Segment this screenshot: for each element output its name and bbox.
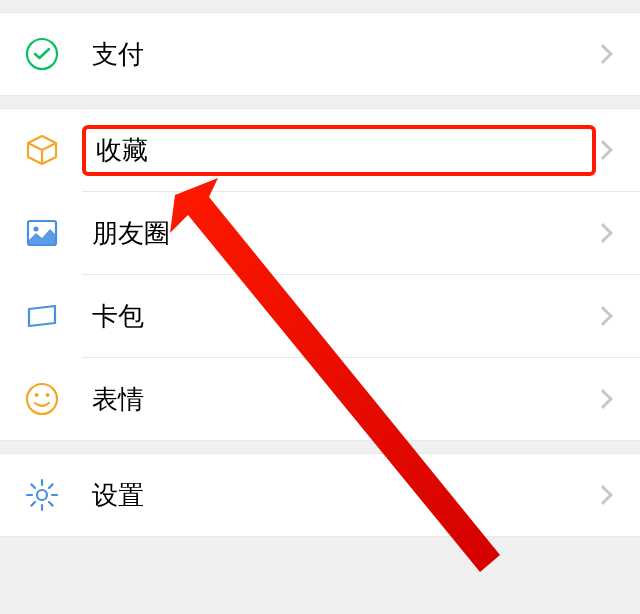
chevron-right-icon	[593, 44, 613, 64]
svg-line-11	[31, 484, 35, 488]
menu-item-label: 支付	[82, 33, 596, 76]
menu-item-settings[interactable]: 设置	[0, 454, 640, 536]
section-gap	[0, 0, 640, 12]
menu-item-moments[interactable]: 朋友圈	[0, 192, 640, 274]
svg-line-12	[49, 502, 53, 506]
menu-item-label: 收藏	[82, 125, 596, 176]
section-gap	[0, 441, 640, 453]
favorites-icon	[24, 132, 60, 168]
chevron-right-icon	[593, 306, 613, 326]
svg-point-3	[27, 384, 57, 414]
settings-icon	[24, 477, 60, 513]
svg-point-4	[35, 393, 39, 397]
pay-icon	[24, 36, 60, 72]
svg-point-5	[46, 393, 50, 397]
chevron-right-icon	[593, 485, 613, 505]
menu-item-cards[interactable]: 卡包	[0, 275, 640, 357]
menu-item-favorites[interactable]: 收藏	[0, 109, 640, 191]
chevron-right-icon	[593, 140, 613, 160]
menu-item-label: 朋友圈	[82, 212, 596, 255]
menu-item-label: 卡包	[82, 295, 596, 338]
menu-item-label: 表情	[82, 378, 596, 421]
svg-line-14	[49, 484, 53, 488]
section-pay: 支付	[0, 12, 640, 96]
stickers-icon	[24, 381, 60, 417]
section-features: 收藏 朋友圈 卡包	[0, 108, 640, 441]
menu-item-pay[interactable]: 支付	[0, 13, 640, 95]
section-settings: 设置	[0, 453, 640, 537]
chevron-right-icon	[593, 223, 613, 243]
section-gap	[0, 96, 640, 108]
svg-point-6	[37, 490, 47, 500]
cards-icon	[24, 298, 60, 334]
me-settings-list: 支付 收藏 朋友圈	[0, 0, 640, 614]
svg-point-2	[34, 227, 39, 232]
menu-item-label: 设置	[82, 474, 596, 517]
chevron-right-icon	[593, 389, 613, 409]
moments-icon	[24, 215, 60, 251]
menu-item-stickers[interactable]: 表情	[0, 358, 640, 440]
svg-line-13	[31, 502, 35, 506]
